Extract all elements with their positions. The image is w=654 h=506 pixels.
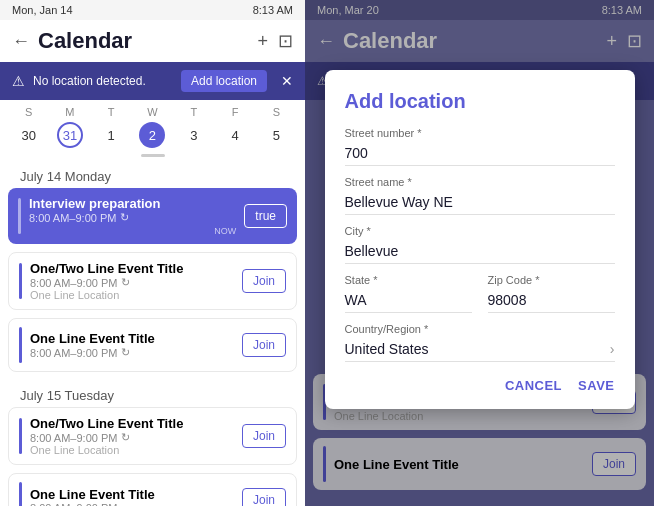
add-event-icon[interactable]: +: [257, 31, 268, 52]
event-accent: [19, 482, 22, 506]
event-oneline-2[interactable]: One Line Event Title 8:00 AM–9:00 PM Joi…: [8, 473, 297, 506]
zip-label: Zip Code *: [488, 274, 615, 286]
country-label: Country/Region *: [345, 323, 615, 335]
join-button[interactable]: Join: [242, 424, 286, 448]
sync-icon: ↻: [121, 276, 130, 289]
event-onetwo-1[interactable]: One/Two Line Event Title 8:00 AM–9:00 PM…: [8, 252, 297, 310]
join-button[interactable]: Join: [242, 269, 286, 293]
event-accent: [19, 263, 22, 299]
add-location-button[interactable]: Add location: [181, 70, 267, 92]
state-zip-row: State * WA Zip Code * 98008: [345, 274, 615, 323]
street-number-group: Street number * 700: [345, 127, 615, 166]
save-button[interactable]: SAVE: [578, 378, 614, 393]
banner-close-icon[interactable]: ✕: [281, 73, 293, 89]
event-location: One Line Location: [30, 289, 234, 301]
event-title: One Line Event Title: [30, 487, 234, 502]
event-interview[interactable]: Interview preparation 8:00 AM–9:00 PM ↻ …: [8, 188, 297, 244]
zip-value[interactable]: 98008: [488, 288, 615, 313]
cancel-button[interactable]: CANCEL: [505, 378, 562, 393]
event-accent: [19, 327, 22, 363]
day-31[interactable]: 31: [57, 122, 83, 148]
banner-text: No location detected.: [33, 74, 173, 88]
modal-actions: CANCEL SAVE: [345, 378, 615, 393]
day-1[interactable]: 1: [91, 122, 132, 148]
day-30[interactable]: 30: [8, 122, 49, 148]
event-time: 8:00 AM–9:00 PM ↻: [30, 276, 234, 289]
event-time: 8:00 AM–9:00 PM ↻: [30, 431, 234, 444]
state-value[interactable]: WA: [345, 288, 472, 313]
event-onetwo-2[interactable]: One/Two Line Event Title 8:00 AM–9:00 PM…: [8, 407, 297, 465]
scroll-dot: [141, 154, 165, 157]
left-panel: Mon, Jan 14 8:13 AM ← Calendar + ⊡ ⚠ No …: [0, 0, 305, 506]
street-name-label: Street name *: [345, 176, 615, 188]
left-app-header: ← Calendar + ⊡: [0, 20, 305, 62]
warning-icon: ⚠: [12, 73, 25, 89]
state-group: State * WA: [345, 274, 472, 313]
city-group: City * Bellevue: [345, 225, 615, 264]
street-number-value[interactable]: 700: [345, 141, 615, 166]
event-info: One/Two Line Event Title 8:00 AM–9:00 PM…: [30, 416, 234, 456]
day-3[interactable]: 3: [173, 122, 214, 148]
section-header-july14: July 14 Monday: [8, 161, 297, 188]
country-group: Country/Region * United States ›: [345, 323, 615, 362]
back-icon[interactable]: ←: [12, 31, 30, 52]
section-header-july15: July 15 Tuesday: [8, 380, 297, 407]
event-location: One Line Location: [30, 444, 234, 456]
event-info: Interview preparation 8:00 AM–9:00 PM ↻ …: [29, 196, 236, 236]
left-status-date: Mon, Jan 14: [12, 4, 73, 16]
join-button[interactable]: true: [244, 204, 287, 228]
day-5[interactable]: 5: [256, 122, 297, 148]
street-name-value[interactable]: Bellevue Way NE: [345, 190, 615, 215]
location-banner: ⚠ No location detected. Add location ✕: [0, 62, 305, 100]
event-time: 8:00 AM–9:00 PM: [30, 502, 234, 507]
event-title: One Line Event Title: [30, 331, 234, 346]
city-label: City *: [345, 225, 615, 237]
day-numbers: 30 31 1 2 3 4 5: [8, 122, 297, 148]
city-value[interactable]: Bellevue: [345, 239, 615, 264]
event-oneline-1[interactable]: One Line Event Title 8:00 AM–9:00 PM ↻ J…: [8, 318, 297, 372]
app-title: Calendar: [38, 28, 247, 54]
event-time: 8:00 AM–9:00 PM ↻: [30, 346, 234, 359]
zip-group: Zip Code * 98008: [488, 274, 615, 313]
join-button[interactable]: Join: [242, 333, 286, 357]
events-list: July 14 Monday Interview preparation 8:0…: [0, 161, 305, 506]
state-label: State *: [345, 274, 472, 286]
calendar-grid: S M T W T F S 30 31 1 2 3 4 5: [0, 100, 305, 150]
left-status-bar: Mon, Jan 14 8:13 AM: [0, 0, 305, 20]
event-time: 8:00 AM–9:00 PM ↻: [29, 211, 236, 224]
street-number-label: Street number *: [345, 127, 615, 139]
event-info: One Line Event Title 8:00 AM–9:00 PM ↻: [30, 331, 234, 359]
scroll-indicator: [0, 150, 305, 161]
event-title: One/Two Line Event Title: [30, 416, 234, 431]
right-panel: Mon, Mar 20 8:13 AM ← Calendar + ⊡ ⚠ No …: [305, 0, 654, 506]
country-value: United States: [345, 341, 610, 357]
modal-overlay: Add location Street number * 700 Street …: [305, 0, 654, 506]
sync-icon: ↻: [121, 431, 130, 444]
modal-title: Add location: [345, 90, 615, 113]
event-accent: [19, 418, 22, 454]
event-accent: [18, 198, 21, 234]
left-status-time: 8:13 AM: [253, 4, 293, 16]
event-title: One/Two Line Event Title: [30, 261, 234, 276]
add-location-modal: Add location Street number * 700 Street …: [325, 70, 635, 409]
day-4[interactable]: 4: [214, 122, 255, 148]
sync-icon: ↻: [120, 211, 129, 224]
sync-icon: ↻: [121, 346, 130, 359]
event-info: One Line Event Title 8:00 AM–9:00 PM: [30, 487, 234, 507]
event-title: Interview preparation: [29, 196, 236, 211]
join-button[interactable]: Join: [242, 488, 286, 506]
right-content: Mon, Mar 20 8:13 AM ← Calendar + ⊡ ⚠ No …: [305, 0, 654, 506]
day-2[interactable]: 2: [139, 122, 165, 148]
chevron-right-icon: ›: [610, 341, 615, 357]
country-row[interactable]: United States ›: [345, 337, 615, 362]
day-labels: S M T W T F S: [8, 106, 297, 118]
view-toggle-icon[interactable]: ⊡: [278, 30, 293, 52]
street-name-group: Street name * Bellevue Way NE: [345, 176, 615, 215]
now-badge: NOW: [29, 226, 236, 236]
event-info: One/Two Line Event Title 8:00 AM–9:00 PM…: [30, 261, 234, 301]
